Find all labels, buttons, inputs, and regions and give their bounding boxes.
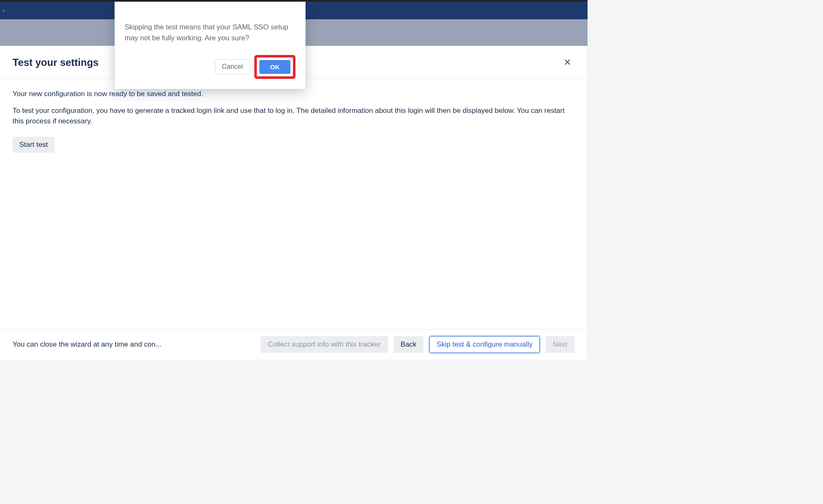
- close-icon[interactable]: ✕: [560, 55, 575, 70]
- ok-button[interactable]: OK: [259, 60, 291, 74]
- skip-test-button[interactable]: Skip test & configure manually: [429, 336, 540, 353]
- footer-actions: Collect support info with this tracker B…: [261, 336, 575, 353]
- modal-actions: Cancel OK: [125, 55, 295, 79]
- next-button[interactable]: Next: [546, 336, 575, 353]
- ok-highlight-box: OK: [254, 55, 296, 79]
- collect-support-button[interactable]: Collect support info with this tracker: [261, 336, 387, 353]
- settings-panel: Test your settings ✕ Your new configurat…: [0, 46, 588, 360]
- panel-footer: You can close the wizard at any time and…: [0, 329, 587, 360]
- chevron-down-icon[interactable]: ▾: [3, 8, 5, 13]
- confirm-skip-modal: Skipping the test means that your SAML S…: [115, 2, 306, 89]
- start-test-button[interactable]: Start test: [13, 137, 55, 153]
- modal-message: Skipping the test means that your SAML S…: [125, 22, 295, 44]
- cancel-button[interactable]: Cancel: [215, 59, 250, 74]
- app-viewport: ▾ Test your settings ✕ Your new configur…: [0, 0, 588, 360]
- wizard-hint-text: You can close the wizard at any time and…: [13, 340, 162, 349]
- page-title: Test your settings: [13, 57, 99, 68]
- intro-text-2: To test your configuration, you have to …: [13, 105, 567, 127]
- intro-text-1: Your new configuration is now ready to b…: [13, 89, 567, 99]
- panel-body: Your new configuration is now ready to b…: [0, 78, 587, 329]
- back-button[interactable]: Back: [394, 336, 424, 353]
